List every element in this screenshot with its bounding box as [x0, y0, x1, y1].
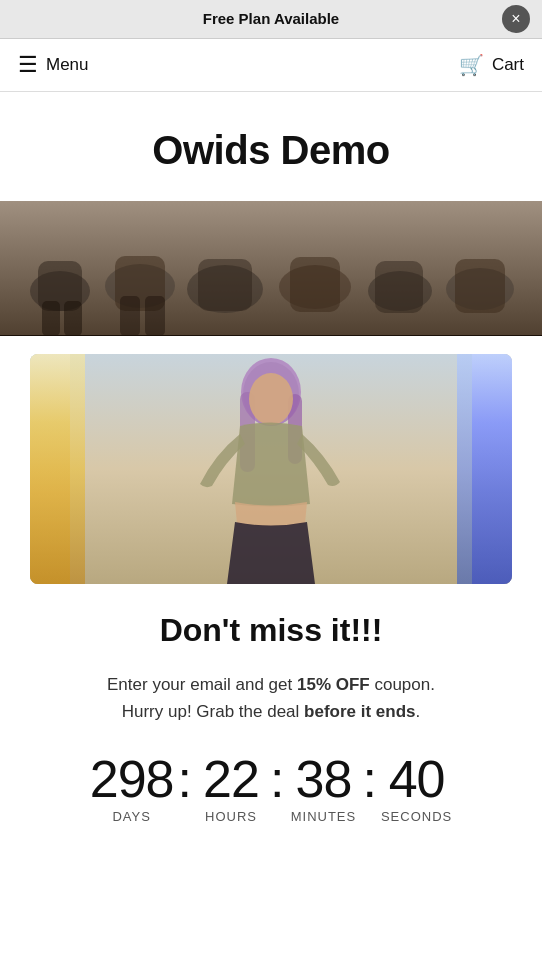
cart-icon: 🛒 — [459, 53, 484, 77]
seconds-value: 40 — [389, 753, 445, 805]
woman-image-placeholder — [30, 354, 512, 584]
countdown: 298 DAYS : 22 HOURS : 38 MINUTES : 40 SE… — [24, 753, 518, 824]
promo-text-emphasis: before it ends — [304, 702, 415, 721]
second-image — [30, 354, 512, 584]
countdown-days: 298 DAYS — [90, 753, 174, 824]
cart-label: Cart — [492, 55, 524, 75]
svg-rect-14 — [64, 301, 82, 336]
svg-rect-15 — [120, 296, 140, 336]
separator-1: : — [174, 753, 196, 805]
minutes-value: 38 — [296, 753, 352, 805]
hero-title-section: Owids Demo — [0, 92, 542, 201]
seconds-label: SECONDS — [381, 809, 452, 824]
svg-rect-12 — [455, 259, 505, 313]
promo-text: Enter your email and get 15% OFF coupon.… — [24, 671, 518, 725]
separator-3: : — [358, 753, 380, 805]
announcement-bar: Free Plan Available × — [0, 0, 542, 39]
svg-rect-11 — [375, 261, 423, 313]
top-image — [0, 201, 542, 336]
promo-discount: 15% OFF — [297, 675, 370, 694]
header: ☰ Menu 🛒 Cart — [0, 39, 542, 92]
svg-rect-9 — [198, 259, 252, 311]
menu-button[interactable]: ☰ Menu — [18, 54, 89, 76]
svg-rect-19 — [30, 354, 85, 584]
promo-text-end: . — [416, 702, 421, 721]
svg-rect-13 — [42, 301, 60, 336]
menu-label: Menu — [46, 55, 89, 75]
top-image-placeholder — [0, 201, 542, 336]
hero-title: Owids Demo — [20, 128, 522, 173]
separator-2: : — [266, 753, 288, 805]
svg-rect-20 — [457, 354, 512, 584]
hours-label: HOURS — [205, 809, 257, 824]
promo-text-part1: Enter your email and get — [107, 675, 297, 694]
countdown-minutes: 38 MINUTES — [288, 753, 358, 824]
countdown-seconds: 40 SECONDS — [381, 753, 452, 824]
countdown-hours: 22 HOURS — [196, 753, 266, 824]
days-value: 298 — [90, 753, 174, 805]
hours-value: 22 — [203, 753, 259, 805]
promo-section: Don't miss it!!! Enter your email and ge… — [0, 584, 542, 848]
announcement-text: Free Plan Available — [203, 10, 339, 27]
svg-rect-10 — [290, 257, 340, 312]
svg-rect-16 — [145, 296, 165, 336]
svg-point-25 — [249, 373, 293, 425]
hamburger-icon: ☰ — [18, 54, 38, 76]
days-label: DAYS — [112, 809, 150, 824]
minutes-label: MINUTES — [291, 809, 357, 824]
promo-headline: Don't miss it!!! — [24, 612, 518, 649]
close-button[interactable]: × — [502, 5, 530, 33]
cart-button[interactable]: 🛒 Cart — [459, 53, 524, 77]
